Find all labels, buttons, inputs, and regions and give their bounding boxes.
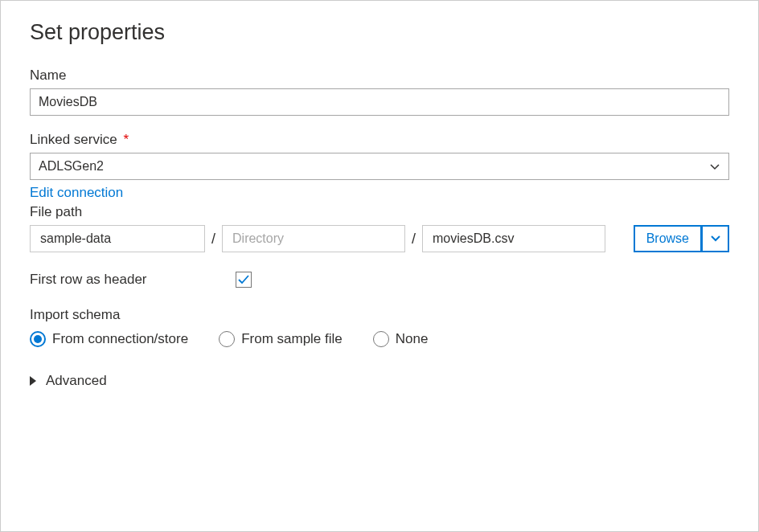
name-field-group: Name [30,68,729,116]
browse-button[interactable]: Browse [634,225,702,252]
radio-label: From connection/store [52,331,188,347]
linked-service-label-text: Linked service [30,132,117,147]
file-path-file-input[interactable] [422,225,605,252]
path-separator: / [412,231,416,248]
linked-service-select[interactable] [30,153,729,180]
radio-circle-icon [373,331,389,347]
chevron-down-icon [711,235,720,242]
radio-from-connection[interactable]: From connection/store [30,331,188,347]
radio-dot-icon [34,335,42,343]
file-path-section: File path / / Browse [30,204,729,252]
required-indicator: * [123,132,129,147]
first-row-header-checkbox[interactable] [236,272,252,288]
name-label: Name [30,68,729,84]
expand-triangle-icon [30,376,36,386]
radio-label: None [396,331,429,347]
file-path-directory-input[interactable] [222,225,405,252]
radio-none[interactable]: None [373,331,429,347]
import-schema-radio-group: From connection/store From sample file N… [30,331,729,347]
advanced-label: Advanced [46,373,107,389]
checkmark-icon [237,273,250,286]
import-schema-section: Import schema From connection/store From… [30,307,729,347]
radio-circle-icon [219,331,235,347]
radio-circle-icon [30,331,46,347]
browse-dropdown-button[interactable] [702,225,729,252]
radio-label: From sample file [241,331,343,347]
browse-button-group: Browse [634,225,729,252]
file-path-row: / / Browse [30,225,729,252]
name-input[interactable] [30,88,729,116]
first-row-header-label: First row as header [30,272,236,288]
linked-service-label: Linked service * [30,132,729,148]
linked-service-select-wrap [30,153,729,180]
set-properties-panel: Set properties Name Linked service * Edi… [0,0,759,532]
edit-connection-link[interactable]: Edit connection [30,185,123,201]
file-path-label: File path [30,204,729,220]
import-schema-label: Import schema [30,307,729,323]
radio-from-sample-file[interactable]: From sample file [219,331,343,347]
file-path-container-input[interactable] [30,225,205,252]
path-separator: / [211,231,215,248]
page-title: Set properties [30,20,729,45]
linked-service-field-group: Linked service * Edit connection File pa… [30,132,729,252]
advanced-toggle[interactable]: Advanced [30,373,729,389]
first-row-header-row: First row as header [30,272,729,288]
